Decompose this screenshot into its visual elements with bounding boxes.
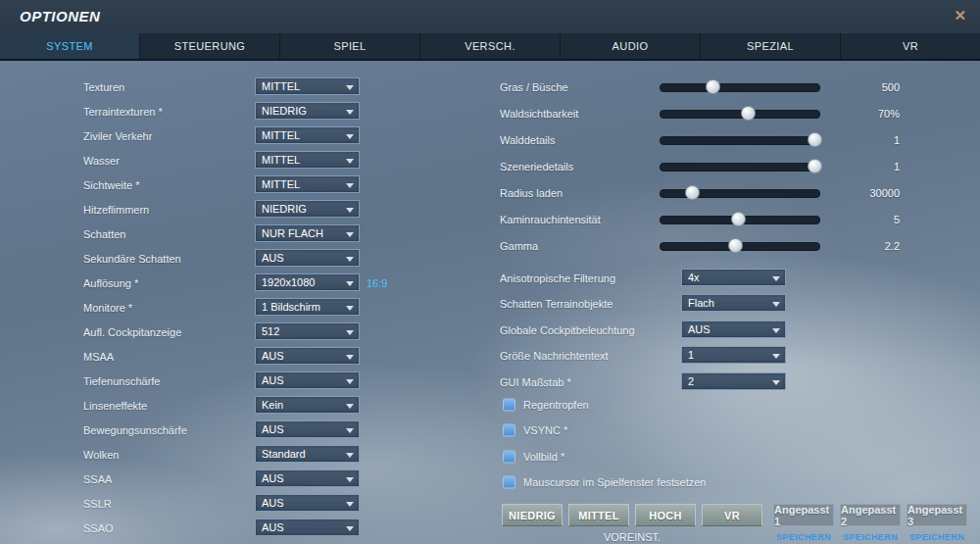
settings-row-gr-e-nachrichtentext: Größe Nachrichtentext1 (490, 343, 980, 368)
custom-button-angepasst-2[interactable]: Angepasst 2 (840, 504, 901, 526)
dropdown-aufl-sung[interactable]: 1920x1080 (255, 273, 360, 291)
checkbox-vollbild[interactable] (503, 450, 515, 463)
dropdown-msaa[interactable]: AUS (255, 347, 360, 365)
button-label: Angepasst 3 (907, 504, 966, 527)
save-link-3[interactable]: SPEICHERN (906, 532, 967, 542)
tab-audio[interactable]: AUDIO (561, 33, 701, 59)
slider-track-gamma[interactable] (660, 242, 820, 251)
setting-label: Sichtweite * (83, 179, 139, 191)
dropdown-value: AUS (262, 423, 284, 435)
dropdown-value: 1 (688, 349, 694, 361)
chevron-down-icon (772, 380, 780, 385)
dropdown-ziviler-verkehr[interactable]: MITTEL (255, 126, 360, 144)
dropdown-gr-e-nachrichtentext[interactable]: 1 (681, 346, 786, 364)
slider-handle[interactable] (741, 106, 756, 121)
slider-handle[interactable] (706, 79, 720, 94)
chevron-down-icon (346, 134, 354, 139)
dropdown-ssao[interactable]: AUS (255, 519, 360, 536)
chevron-down-icon (346, 404, 354, 409)
dropdown-schatten[interactable]: NUR FLACH (255, 224, 360, 242)
tab-versch[interactable]: VERSCH. (420, 33, 561, 59)
dropdown-gui-ma-stab[interactable]: 2 (681, 372, 786, 390)
dropdown-anisotropische-filterung[interactable]: 4x (681, 269, 786, 286)
dropdown-value: 1 Bildschirm (262, 301, 320, 313)
slider-track-kaminrauchintensit-t[interactable] (660, 216, 820, 224)
checkbox-vsync[interactable] (503, 423, 515, 436)
button-label: HOCH (649, 510, 682, 521)
setting-label: Wasser (83, 155, 120, 167)
slider-track-walddetails[interactable] (660, 136, 820, 145)
save-link-2[interactable]: SPEICHERN (840, 532, 901, 542)
slider-value: 1 (894, 161, 900, 173)
slider-value: 2.2 (885, 240, 900, 252)
dropdown-hitzeflimmern[interactable]: NIEDRIG (255, 200, 360, 218)
checkbox-mauscursor-im-spielfenster-festsetzen[interactable] (503, 475, 515, 488)
tab-system[interactable]: SYSTEM (0, 33, 140, 59)
close-icon[interactable]: ✕ (954, 8, 966, 24)
settings-row-ziviler-verkehr: Ziviler VerkehrMITTEL (0, 124, 490, 148)
dropdown-sichtweite[interactable]: MITTEL (255, 175, 360, 193)
dropdown-globale-cockpitbeleuchtung[interactable]: AUS (681, 321, 786, 338)
dropdown-value: NIEDRIG (262, 203, 307, 215)
slider-track-gras-b-sche[interactable] (660, 83, 820, 92)
button-label: Angepasst 2 (841, 504, 900, 527)
setting-label: Szeneriedetails (500, 161, 573, 173)
settings-row-monitore: Monitore *1 Bildschirm (0, 295, 490, 320)
settings-row-texturen: TexturenMITTEL (0, 74, 490, 99)
tab-vr[interactable]: VR (841, 33, 980, 59)
dropdown-sslr[interactable]: AUS (255, 494, 360, 512)
slider-handle[interactable] (685, 185, 700, 200)
dropdown-tiefenunsch-rfe[interactable]: AUS (255, 371, 360, 389)
dropdown-value: AUS (262, 497, 284, 509)
chevron-down-icon (772, 276, 780, 281)
dropdown-wolken[interactable]: Standard (255, 445, 360, 463)
slider-value: 5 (894, 214, 900, 225)
slider-handle[interactable] (808, 132, 822, 147)
save-link-1[interactable]: SPEICHERN (773, 532, 834, 542)
dropdown-value: 1920x1080 (262, 276, 315, 288)
dropdown-value: Kein (262, 399, 283, 411)
preset-button-mittel[interactable]: MITTEL (568, 504, 629, 526)
preset-button-vr[interactable]: VR (702, 504, 762, 526)
dropdown-bewegungsunsch-rfe[interactable]: AUS (255, 420, 360, 438)
setting-label: Hitzeflimmern (83, 204, 149, 216)
checkbox-regentropfen[interactable] (503, 398, 515, 411)
settings-row-ssao: SSAOAUS (0, 516, 490, 540)
preset-button-niedrig[interactable]: NIEDRIG (502, 504, 563, 526)
slider-handle[interactable] (728, 238, 743, 253)
dropdown-wasser[interactable]: MITTEL (255, 151, 360, 169)
dropdown-terraintexturen[interactable]: NIEDRIG (255, 102, 360, 120)
slider-track-radius-laden[interactable] (660, 189, 820, 198)
preset-button-hoch[interactable]: HOCH (635, 504, 696, 526)
checkbox-row-regentropfen: Regentropfen (490, 392, 980, 417)
dropdown-linseneffekte[interactable]: Kein (255, 396, 360, 414)
tab-spezial[interactable]: SPEZIAL (701, 33, 841, 59)
tab-spiel[interactable]: SPIEL (280, 33, 420, 59)
custom-button-angepasst-3[interactable]: Angepasst 3 (906, 504, 967, 526)
settings-row-sslr: SSLRAUS (0, 491, 490, 516)
checkbox-label: VSYNC * (523, 424, 567, 436)
dropdown-texturen[interactable]: MITTEL (255, 77, 360, 95)
settings-row-anisotropische-filterung: Anisotropische Filterung4x (490, 266, 980, 290)
dropdown-ssaa[interactable]: AUS (255, 470, 360, 487)
slider-handle[interactable] (808, 159, 822, 173)
slider-track-waldsichtbarkeit[interactable] (660, 110, 820, 119)
dropdown-sekund-re-schatten[interactable]: AUS (255, 249, 360, 267)
chevron-down-icon (346, 453, 354, 458)
slider-handle[interactable] (731, 212, 746, 226)
slider-track-szeneriedetails[interactable] (660, 163, 820, 172)
custom-button-angepasst-1[interactable]: Angepasst 1 (773, 504, 834, 526)
dropdown-aufl-cockpitanzeige[interactable]: 512 (255, 322, 360, 340)
checkbox-row-vollbild: Vollbild * (490, 444, 980, 469)
window-title: OPTIONEN (20, 8, 100, 25)
settings-row-linseneffekte: LinseneffekteKein (0, 393, 490, 418)
dropdown-schatten-terrainobjekte[interactable]: Flach (681, 294, 786, 312)
tab-steuerung[interactable]: STEUERUNG (140, 33, 280, 59)
setting-label: Texturen (83, 81, 124, 93)
dropdown-monitore[interactable]: 1 Bildschirm (255, 298, 360, 316)
settings-row-globale-cockpitbeleuchtung: Globale CockpitbeleuchtungAUS (490, 318, 980, 342)
dropdown-value: Flach (688, 297, 714, 309)
chevron-down-icon (772, 328, 780, 333)
slider-row-waldsichtbarkeit: Waldsichtbarkeit70% (490, 100, 980, 126)
setting-label: Linseneffekte (83, 400, 147, 412)
